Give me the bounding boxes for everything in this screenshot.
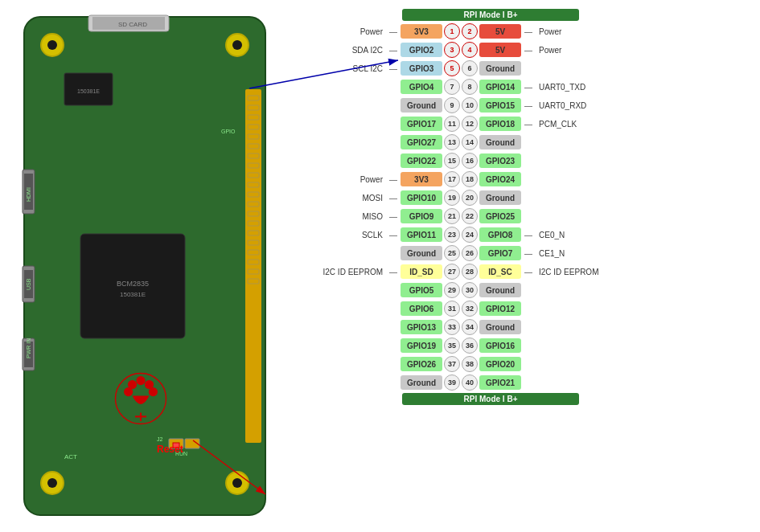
right-pin-number: 2 xyxy=(462,23,478,39)
gpio-row: Ground2526GPIO7—CE1_N xyxy=(306,244,632,262)
left-pin-number: 13 xyxy=(444,134,460,150)
svg-text:GPIO: GPIO xyxy=(221,129,236,134)
svg-text:150381E: 150381E xyxy=(120,291,146,298)
reset-label: Reset xyxy=(157,444,183,455)
left-pin-box: GPIO10 xyxy=(401,190,442,205)
right-pin-number: 22 xyxy=(462,208,478,224)
right-pin-box: Ground xyxy=(479,61,521,76)
left-pin-number: 19 xyxy=(444,190,460,206)
svg-rect-35 xyxy=(248,202,259,207)
svg-rect-29 xyxy=(248,144,259,149)
left-pin-number: 33 xyxy=(444,319,460,335)
right-pin-number: 10 xyxy=(462,97,478,113)
left-pin-box: GPIO5 xyxy=(401,283,442,297)
gpio-row: GPIO133334Ground xyxy=(306,318,632,336)
svg-rect-43 xyxy=(248,279,259,284)
left-pin-box: GPIO26 xyxy=(401,357,442,371)
svg-rect-37 xyxy=(248,221,259,226)
left-pin-box: GPIO22 xyxy=(401,153,442,168)
left-pin-number: 15 xyxy=(444,153,460,169)
left-pin-box: Ground xyxy=(401,246,442,260)
right-pin-box: Ground xyxy=(479,320,521,334)
left-pin-box: GPIO3 xyxy=(401,61,442,76)
svg-rect-30 xyxy=(248,153,259,158)
right-pin-number: 34 xyxy=(462,319,478,335)
right-pin-number: 12 xyxy=(462,116,478,132)
left-pin-box: ID_SD xyxy=(401,264,442,279)
right-label: CE1_N xyxy=(536,249,632,258)
left-pin-number: 5 xyxy=(444,60,460,76)
left-pin-number: 3 xyxy=(444,42,460,58)
right-pin-box: GPIO8 xyxy=(479,227,521,242)
left-arrow: — xyxy=(388,46,399,55)
right-pin-box: Ground xyxy=(479,283,521,297)
right-pin-box: ID_SC xyxy=(479,264,521,279)
left-arrow: — xyxy=(388,268,399,276)
left-pin-box: GPIO27 xyxy=(401,135,442,149)
svg-rect-32 xyxy=(248,173,259,178)
right-pin-number: 4 xyxy=(462,42,478,58)
left-pin-box: GPIO19 xyxy=(401,338,442,353)
left-pin-number: 21 xyxy=(444,208,460,224)
left-pin-box: GPIO17 xyxy=(401,117,442,131)
board-svg: SD CARD BCM2835 150381E 150381E xyxy=(8,9,298,523)
right-arrow: — xyxy=(523,249,534,258)
svg-point-48 xyxy=(124,387,133,396)
left-pin-number: 7 xyxy=(444,79,460,95)
svg-rect-38 xyxy=(248,231,259,235)
right-pin-number: 14 xyxy=(462,134,478,150)
left-pin-number: 39 xyxy=(444,374,460,391)
left-label: SDA I2C xyxy=(306,46,386,55)
right-pin-box: GPIO14 xyxy=(479,80,521,94)
left-label: MISO xyxy=(306,212,386,221)
left-pin-box: GPIO13 xyxy=(401,320,442,334)
left-pin-box: GPIO11 xyxy=(401,227,442,242)
left-pin-number: 27 xyxy=(444,264,460,280)
left-label: SCL I2C xyxy=(306,64,386,73)
svg-point-4 xyxy=(232,40,242,50)
svg-text:PWR IN: PWR IN xyxy=(26,338,31,358)
gpio-row: SDA I2C—GPIO2345V—Power xyxy=(306,41,632,59)
gpio-row: Power—3V3125V—Power xyxy=(306,23,632,40)
svg-text:J2: J2 xyxy=(157,436,163,442)
gpio-row: SCL I2C—GPIO356Ground xyxy=(306,59,632,77)
svg-text:HDMI: HDMI xyxy=(26,187,31,202)
right-pin-box: GPIO12 xyxy=(479,301,521,316)
svg-rect-31 xyxy=(248,163,259,168)
svg-text:BCM2835: BCM2835 xyxy=(117,280,149,288)
gpio-row: MISO—GPIO92122GPIO25 xyxy=(306,207,632,225)
svg-rect-28 xyxy=(248,134,259,139)
right-pin-box: 5V xyxy=(479,43,521,57)
left-arrow: — xyxy=(388,175,399,184)
gpio-row: GPIO193536GPIO16 xyxy=(306,337,632,354)
left-arrow: — xyxy=(388,64,399,73)
gpio-area: RPI Mode I B+ Power—3V3125V—PowerSDA I2C… xyxy=(306,9,752,523)
svg-rect-24 xyxy=(248,96,259,100)
right-pin-box: GPIO24 xyxy=(479,172,521,186)
left-pin-number: 29 xyxy=(444,282,460,298)
gpio-row: I2C ID EEPROM—ID_SD2728ID_SC—I2C ID EEPR… xyxy=(306,263,632,280)
right-pin-box: Ground xyxy=(479,190,521,205)
left-pin-number: 11 xyxy=(444,116,460,132)
left-arrow: — xyxy=(388,231,399,239)
right-label: I2C ID EEPROM xyxy=(536,268,632,276)
left-pin-box: 3V3 xyxy=(401,24,442,39)
left-label: I2C ID EEPROM xyxy=(306,268,386,276)
right-pin-number: 24 xyxy=(462,227,478,243)
right-pin-box: GPIO25 xyxy=(479,209,521,223)
left-pin-number: 35 xyxy=(444,338,460,354)
right-pin-box: GPIO21 xyxy=(479,375,521,390)
svg-text:USB: USB xyxy=(26,278,31,290)
right-pin-box: GPIO7 xyxy=(479,246,521,260)
left-arrow: — xyxy=(388,194,399,203)
footer-rpi-label: RPI Mode I B+ xyxy=(402,393,579,405)
left-pin-box: GPIO6 xyxy=(401,301,442,316)
left-pin-number: 23 xyxy=(444,227,460,243)
svg-text:ACT: ACT xyxy=(64,453,77,460)
left-pin-number: 37 xyxy=(444,356,460,372)
left-pin-number: 17 xyxy=(444,171,460,187)
left-pin-number: 9 xyxy=(444,97,460,113)
gpio-table: Power—3V3125V—PowerSDA I2C—GPIO2345V—Pow… xyxy=(306,23,632,391)
left-label: MOSI xyxy=(306,194,386,203)
right-arrow: — xyxy=(523,27,534,36)
